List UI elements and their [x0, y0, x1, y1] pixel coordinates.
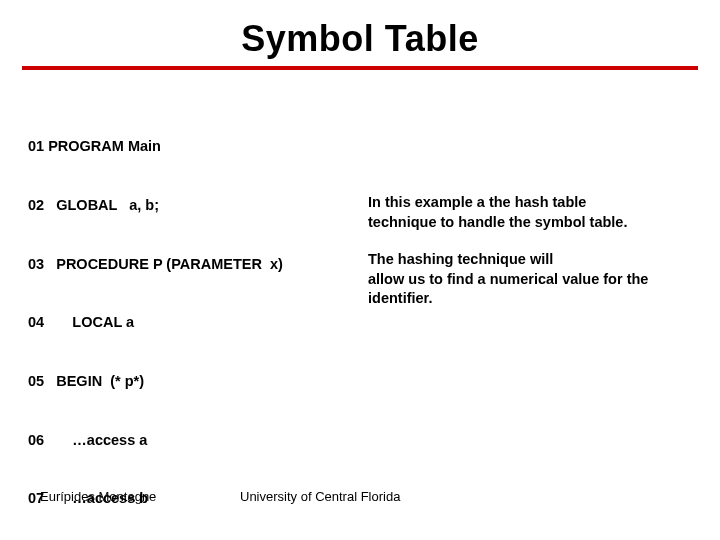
page-title: Symbol Table — [0, 18, 720, 60]
explain-line: identifier. — [368, 290, 432, 306]
footer: Eurípides Montagne University of Central… — [0, 489, 720, 504]
footer-affiliation: University of Central Florida — [230, 489, 720, 504]
code-line: 05 BEGIN (* p*) — [28, 372, 348, 392]
footer-author: Eurípides Montagne — [0, 489, 230, 504]
explain-line: technique to handle the symbol table. — [368, 214, 627, 230]
explain-line: allow us to find a numerical value for t… — [368, 271, 648, 287]
explain-line: In this example a the hash table — [368, 194, 586, 210]
code-line: 04 LOCAL a — [28, 313, 348, 333]
code-line: 02 GLOBAL a, b; — [28, 196, 348, 216]
code-listing: 01 PROGRAM Main 02 GLOBAL a, b; 03 PROCE… — [28, 98, 348, 540]
explain-paragraph-2: The hashing technique will allow us to f… — [368, 250, 698, 309]
explanation: In this example a the hash table techniq… — [368, 98, 698, 540]
code-line: 06 …access a — [28, 431, 348, 451]
code-line: 03 PROCEDURE P (PARAMETER x) — [28, 255, 348, 275]
code-line: 01 PROGRAM Main — [28, 137, 348, 157]
explain-line: The hashing technique will — [368, 251, 553, 267]
explain-paragraph-1: In this example a the hash table techniq… — [368, 193, 698, 232]
content-area: 01 PROGRAM Main 02 GLOBAL a, b; 03 PROCE… — [0, 70, 720, 540]
title-block: Symbol Table — [0, 0, 720, 70]
